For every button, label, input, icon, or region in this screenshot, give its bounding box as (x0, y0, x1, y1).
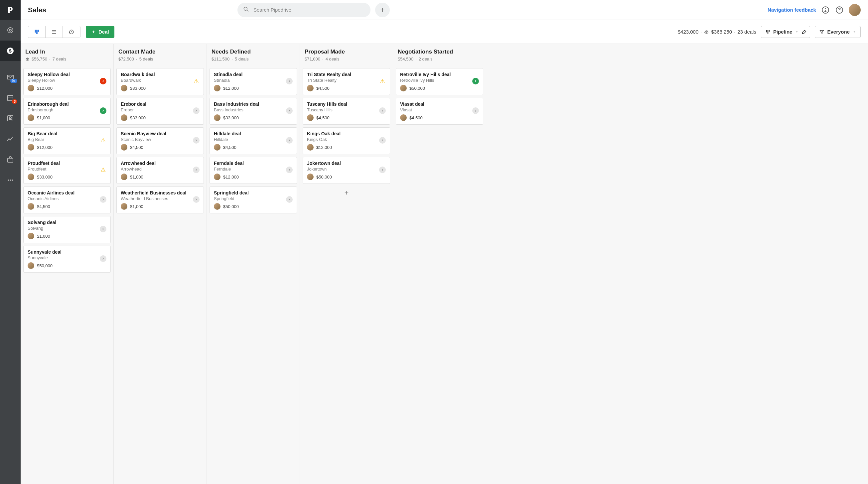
summary-total: $423,000 (678, 29, 699, 35)
deal-value: $33,000 (130, 115, 146, 120)
svg-rect-17 (38, 30, 39, 32)
owner-avatar (400, 85, 407, 91)
deal-card[interactable]: Tuscany Hills deal Tuscany Hills $4,500 (303, 98, 390, 125)
svg-point-7 (9, 117, 11, 119)
deal-card[interactable]: Oceanic Airlines deal Oceanic Airlines $… (23, 187, 111, 214)
help-icon[interactable] (835, 5, 844, 14)
summary: $423,000 · $366,250 · 23 deals (678, 29, 756, 35)
svg-rect-15 (35, 30, 36, 33)
deal-card[interactable]: Erinsborough deal Erinsborough $1,000 (23, 98, 111, 125)
deal-card[interactable]: Big Bear deal Big Bear $12,000 ⚠ (23, 127, 111, 154)
deal-title: Bass Industries deal (214, 101, 293, 107)
warning-icon: ⚠ (100, 166, 106, 173)
pipeline-dropdown[interactable]: Pipeline (761, 26, 804, 38)
quick-add-button[interactable] (375, 3, 390, 17)
deal-org: Springfield (214, 196, 293, 201)
summary-count: 23 deals (737, 29, 756, 35)
column-title: Contact Made (118, 49, 202, 55)
pipeline-column: Lead In $56,750·7 deals Sleepy Hollow de… (21, 44, 114, 484)
deal-value: $12,000 (37, 145, 53, 150)
owner-avatar (214, 115, 220, 121)
deal-card[interactable]: Jokertown deal Jokertown $50,000 (303, 157, 390, 184)
list-view-button[interactable] (45, 26, 63, 38)
status-indicator (472, 107, 479, 114)
nav-contacts[interactable] (0, 108, 21, 129)
deal-org: Oceanic Airlines (28, 196, 106, 201)
svg-text:$: $ (9, 48, 12, 54)
nav-insights[interactable] (0, 129, 21, 149)
deal-value: $12,000 (223, 174, 239, 180)
deal-card[interactable]: Hilldale deal Hilldale $4,500 (210, 127, 297, 154)
add-card-button[interactable] (303, 187, 390, 199)
nav-mail[interactable]: 9+ (0, 67, 21, 88)
scale-icon (25, 57, 30, 61)
deal-value: $4,500 (316, 115, 330, 120)
nav-leads[interactable] (0, 20, 21, 40)
status-indicator (286, 196, 293, 203)
deal-card[interactable]: Sunnyvale deal Sunnyvale $50,000 (23, 246, 111, 272)
search-input[interactable] (238, 3, 370, 17)
pipeline-column: Proposal Made $71,000·4 deals Tri State … (300, 44, 393, 484)
pipeline-view-button[interactable] (28, 26, 45, 38)
pipeline-column: Needs Defined $111,500·5 deals Stínadla … (207, 44, 300, 484)
deal-card[interactable]: Tri State Realty deal Tri State Realty $… (303, 68, 390, 95)
status-indicator (193, 137, 199, 143)
column-header: Lead In $56,750·7 deals (21, 44, 114, 65)
deal-org: Sleepy Hollow (28, 78, 106, 83)
filter-dropdown[interactable]: Everyone (815, 26, 861, 38)
deal-value: $12,000 (223, 86, 239, 91)
deal-card[interactable]: Retroville Ivy Hills deal Retroville Ivy… (396, 68, 483, 95)
deal-card[interactable]: Kings Oak deal Kings Oak $12,000 (303, 127, 390, 154)
deal-card[interactable]: Viasat deal Viasat $4,500 (396, 98, 483, 125)
nav-feedback-link[interactable]: Navigation feedback (768, 7, 816, 13)
deal-card[interactable]: Proudfeet deal Proudfeet $33,000 ⚠ (23, 157, 111, 184)
column-title: Lead In (25, 49, 109, 55)
column-title: Needs Defined (212, 49, 295, 55)
nav-deals[interactable]: $ (0, 40, 21, 61)
deal-org: Proudfeet (28, 166, 106, 171)
deal-card[interactable]: Ferndale deal Ferndale $12,000 (210, 157, 297, 184)
status-indicator (100, 196, 106, 203)
logo[interactable] (0, 0, 21, 20)
column-body: Retroville Ivy Hills deal Retroville Ivy… (393, 65, 486, 484)
deal-card[interactable]: Weatherfield Businesses deal Weatherfiel… (116, 187, 204, 214)
column-title: Negotiations Started (398, 49, 481, 55)
nav-more[interactable] (0, 170, 21, 191)
add-deal-button[interactable]: Deal (86, 26, 115, 38)
user-avatar[interactable] (849, 4, 861, 16)
column-meta: $71,000·4 deals (305, 57, 388, 62)
status-indicator (100, 255, 106, 262)
deal-value: $33,000 (37, 174, 53, 180)
warning-icon: ⚠ (379, 78, 386, 85)
board: Lead In $56,750·7 deals Sleepy Hollow de… (21, 44, 868, 484)
deal-value: $4,500 (223, 145, 237, 150)
deal-card[interactable]: Stínadla deal Stínadla $12,000 (210, 68, 297, 95)
header: Sales Navigation feedback (21, 0, 868, 20)
owner-avatar (28, 144, 34, 151)
deal-title: Oceanic Airlines deal (28, 190, 106, 195)
status-indicator (379, 137, 386, 143)
status-indicator (286, 137, 293, 143)
column-header: Negotiations Started $54,500·2 deals (393, 44, 486, 65)
svg-point-1 (9, 29, 11, 31)
nav-products[interactable] (0, 149, 21, 170)
owner-avatar (307, 173, 314, 180)
deal-card[interactable]: Sleepy Hollow deal Sleepy Hollow $12,000 (23, 68, 111, 95)
deal-card[interactable]: Springfield deal Springfield $50,000 (210, 187, 297, 214)
column-meta: $54,500·2 deals (398, 57, 481, 62)
deal-card[interactable]: Boardwalk deal Boardwalk $33,000 ⚠ (116, 68, 204, 95)
deal-card[interactable]: Erebor deal Erebor $33,000 (116, 98, 204, 125)
deal-card[interactable]: Arrowhead deal Arrowhead $1,000 (116, 157, 204, 184)
pipeline-label: Pipeline (773, 29, 793, 35)
nav-activities[interactable]: 3 (0, 88, 21, 108)
deal-card[interactable]: Solvang deal Solvang $1,000 (23, 216, 111, 243)
edit-pipeline-button[interactable] (798, 26, 810, 38)
owner-avatar (121, 173, 127, 180)
deal-card[interactable]: Bass Industries deal Bass Industries $33… (210, 98, 297, 125)
assistant-icon[interactable] (821, 5, 830, 14)
deal-org: Stínadla (214, 78, 293, 83)
status-indicator (379, 107, 386, 114)
deal-title: Sunnyvale deal (28, 249, 106, 255)
forecast-view-button[interactable] (63, 26, 80, 38)
deal-card[interactable]: Scenic Bayview deal Scenic Bayview $4,50… (116, 127, 204, 154)
